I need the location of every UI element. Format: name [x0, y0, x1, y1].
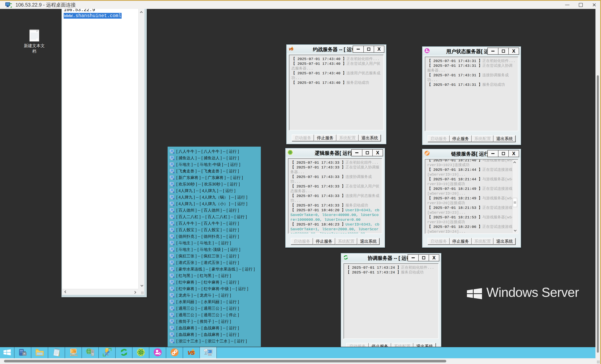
- stop-service-button[interactable]: 停止服务: [313, 238, 335, 245]
- start-service-button[interactable]: 启动服务: [292, 134, 314, 141]
- game-server-row[interactable]: [ 疯狂三张 ] -- [ 疯狂三张 ] -- [ 运行 ]: [170, 253, 261, 259]
- notepad-vertical-scrollbar[interactable]: [139, 9, 144, 289]
- notepad-text-area[interactable]: 106.53.22.9 www.shanshuinet.coml: [62, 9, 139, 289]
- exit-system-button[interactable]: 退出系统: [357, 238, 380, 245]
- minimize-button[interactable]: [408, 255, 418, 261]
- rdp-minimize-button[interactable]: [561, 1, 574, 9]
- system-config-button[interactable]: 系统配置: [335, 238, 357, 245]
- taskbar-item-start[interactable]: [0, 347, 14, 358]
- scroll-right-button[interactable]: [132, 289, 138, 295]
- maximize-button[interactable]: [362, 150, 372, 156]
- game-server-row[interactable]: [ 百人骰宝 ] -- [ 百人骰宝 ] -- [ 运行 ]: [170, 227, 261, 233]
- rdp-horizontal-scrollbar[interactable]: [0, 358, 595, 364]
- game-server-row[interactable]: [ 红中麻将 ] -- [ 红中麻将-中级 ] -- [ 运行 ]: [170, 286, 261, 292]
- stop-service-button[interactable]: 停止服务: [450, 135, 472, 142]
- game-server-row[interactable]: [ 推筒子 ] -- [ 推筒子 ] -- [ 运行 ]: [170, 318, 261, 325]
- game-server-row[interactable]: [ 豪华水果连线 ] -- [ 豪华水果连线 ] -- [ 运行 ]: [170, 266, 261, 272]
- taskbar-item-config-tool[interactable]: [99, 347, 116, 358]
- rdp-vertical-scrollbar[interactable]: [595, 9, 600, 364]
- game-server-row[interactable]: [ 浙江十三水 ] -- [ 浙江十三水 ] -- [ 运行 ]: [170, 338, 261, 344]
- game-server-row[interactable]: [ 欢乐30秒 ] -- [ 欢乐30秒 ] -- [ 运行 ]: [170, 181, 261, 187]
- taskbar-item-iis-server[interactable]: [82, 347, 99, 358]
- window-titlebar[interactable]: 协调服务器 -- [ 运行 ]X: [341, 253, 441, 262]
- minimize-button[interactable]: [488, 48, 498, 54]
- user-status-server-window[interactable]: 用户状态服务器[ 运行 ]X【 2025-07-01 17:43:31 】正在初…: [422, 46, 521, 145]
- taskbar-item-server-manager[interactable]: [14, 347, 31, 358]
- exit-system-button[interactable]: 退出系统: [493, 135, 516, 142]
- game-server-row[interactable]: [ 斗地主 ] -- [ 斗地主 ] -- [ 运行 ]: [170, 240, 261, 246]
- close-button[interactable]: X: [374, 46, 384, 52]
- minimize-button[interactable]: [352, 150, 362, 156]
- game-server-row[interactable]: [ 德州扑克 ] -- [ 德州扑克 ] -- [ 运行 ]: [170, 233, 261, 240]
- taskbar-item-coordinate-server[interactable]: [116, 347, 132, 358]
- rdp-maximize-button[interactable]: [574, 1, 588, 9]
- scroll-left-button[interactable]: [62, 289, 69, 295]
- scroll-up-button[interactable]: [512, 160, 518, 165]
- game-server-row[interactable]: [ 捕鱼达人 ] -- [ 捕鱼达人 ] -- [ 运行 ]: [170, 155, 261, 161]
- start-service-button[interactable]: 启动服务: [428, 135, 450, 142]
- log-scrollbar[interactable]: [512, 160, 518, 233]
- game-server-row[interactable]: [ 红与黑 ] -- [ 红与黑 ] -- [ 运行 ]: [170, 272, 261, 279]
- taskbar-item-remote-monitor[interactable]: [200, 347, 217, 358]
- link-server-window[interactable]: 链接服务器[ 运行 ]X【 2025-07-01 18:21:40 】与游戏服务…: [422, 149, 521, 248]
- taskbar-item-logic-server[interactable]: [132, 347, 149, 358]
- system-config-button[interactable]: 系统配置: [472, 238, 494, 245]
- minimize-button[interactable]: [488, 150, 498, 157]
- window-titlebar[interactable]: VS约战服务器 -- [ 运行 ]X: [287, 45, 386, 53]
- close-button[interactable]: X: [508, 150, 519, 157]
- window-titlebar[interactable]: 逻辑服务器[ 运行 ]X: [286, 148, 385, 157]
- game-server-row[interactable]: [ 龙虎斗 ] -- [ 龙虎斗 ] -- [ 运行 ]: [170, 292, 261, 299]
- game-server-row[interactable]: [ 百人德州 ] -- [ 百人德州 ] -- [ 运行 ]: [170, 207, 261, 214]
- close-button[interactable]: X: [508, 48, 519, 54]
- game-server-row[interactable]: [ 4人牌九 ] -- [ 4人牌九 ] -- [ 运行 ]: [170, 187, 261, 194]
- game-server-row[interactable]: [ 血战麻将 ] -- [ 血战麻将 ] -- [ 运行 ]: [170, 331, 261, 338]
- stop-service-button[interactable]: 停止服务: [450, 238, 472, 245]
- game-server-row[interactable]: [ 4人牌九 ] -- [ 4人牌九（锅） ] -- [ 运行 ]: [170, 194, 261, 201]
- notepad-resize-grip[interactable]: [139, 289, 144, 295]
- coordinate-server-window[interactable]: 协调服务器 -- [ 运行 ]X【 2025-07-01 17:43:24 】正…: [341, 253, 441, 353]
- game-server-row[interactable]: [ 新广东麻将 ] -- [ 广东麻将 ] -- [ 运行 ]: [170, 174, 261, 181]
- rdp-close-button[interactable]: ✕: [588, 1, 601, 9]
- game-server-row[interactable]: [ 通用三公 ] -- [ 通用三公 ] -- [ 运行 ]: [170, 305, 261, 312]
- taskbar-item-file-explorer[interactable]: [31, 347, 48, 358]
- maximize-button[interactable]: [498, 48, 508, 54]
- start-service-button[interactable]: 启动服务: [291, 238, 313, 245]
- game-server-row[interactable]: [ 通用三公 ] -- [ 通用三公 ] -- [ 停止 ]: [170, 312, 261, 318]
- desktop-icon-new-text-document[interactable]: 新建文本文档: [23, 29, 45, 54]
- scroll-up-button[interactable]: [139, 9, 145, 15]
- exit-system-button[interactable]: 退出系统: [359, 134, 381, 141]
- scroll-down-button[interactable]: [512, 228, 518, 233]
- exit-system-button[interactable]: 退出系统: [493, 238, 516, 245]
- game-server-row[interactable]: [ 港式五张 ] -- [ 港式五张 ] -- [ 运行 ]: [170, 259, 261, 266]
- game-server-row[interactable]: [ 斗地主 ] -- [ 斗地主-顶级 ] -- [ 运行 ]: [170, 246, 261, 253]
- game-server-row[interactable]: [ 百人牛牛 ] -- [ 百人牛牛 ] -- [ 运行 ]: [170, 220, 261, 227]
- window-titlebar[interactable]: 用户状态服务器[ 运行 ]X: [422, 47, 521, 55]
- maximize-button[interactable]: [363, 46, 374, 52]
- taskbar-item-link-server[interactable]: [166, 347, 183, 358]
- maximize-button[interactable]: [498, 150, 508, 157]
- start-service-button[interactable]: 启动服务: [428, 238, 450, 245]
- taskbar-item-notepad[interactable]: [48, 347, 65, 358]
- system-config-button[interactable]: 系统配置: [336, 134, 359, 141]
- game-server-row[interactable]: [ 4人牌九 ] -- [ 4人牌九（小） ] -- [ 运行 ]: [170, 201, 261, 207]
- scroll-thumb[interactable]: [513, 198, 517, 207]
- notepad-horizontal-scrollbar[interactable]: [62, 289, 139, 295]
- taskbar-item-user-status-server[interactable]: [149, 347, 166, 358]
- window-titlebar[interactable]: 链接服务器[ 运行 ]X: [422, 149, 521, 158]
- minimize-button[interactable]: [353, 46, 363, 52]
- vertical-scroll-thumb[interactable]: [597, 75, 599, 353]
- game-server-row[interactable]: [ 飞禽走兽 ] -- [ 飞禽走兽 ] -- [ 运行 ]: [170, 168, 261, 174]
- scroll-down-button[interactable]: [139, 283, 145, 288]
- logic-server-window[interactable]: 逻辑服务器[ 运行 ]X【 2025-07-01 17:43:33 】正在初始化…: [285, 148, 385, 248]
- taskbar-item-battle-server[interactable]: VS: [183, 347, 200, 358]
- stop-service-button[interactable]: 停止服务: [314, 134, 336, 141]
- game-server-row[interactable]: [ 红中麻将 ] -- [ 红中麻将 ] -- [ 运行 ]: [170, 279, 261, 286]
- horizontal-scroll-thumb[interactable]: [4, 360, 446, 362]
- maximize-button[interactable]: [418, 255, 429, 261]
- battle-server-window[interactable]: VS约战服务器 -- [ 运行 ]X【 2025-07-01 17:43:40 …: [286, 44, 386, 144]
- system-config-button[interactable]: 系统配置: [472, 135, 494, 142]
- game-server-row[interactable]: [ 血战麻将 ] -- [ 血战麻将 ] -- [ 运行 ]: [170, 325, 261, 331]
- taskbar-item-computer[interactable]: [65, 347, 82, 358]
- close-button[interactable]: X: [372, 150, 383, 156]
- game-server-row[interactable]: [ 斗地主 ] -- [ 斗地主-中级 ] -- [ 运行 ]: [170, 161, 261, 168]
